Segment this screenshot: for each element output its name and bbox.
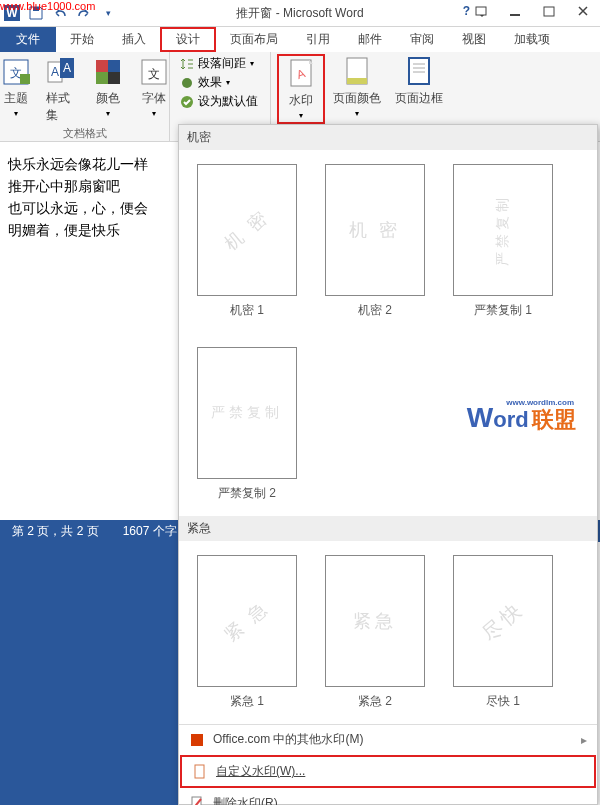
svg-rect-14: [108, 60, 120, 72]
remove-watermark[interactable]: 删除水印(R): [179, 789, 597, 805]
minimize-icon[interactable]: [498, 0, 532, 22]
page-border-button[interactable]: 页面边框: [389, 54, 449, 124]
fonts-button[interactable]: 文 字体▾: [132, 54, 176, 126]
watermark-icon: A: [285, 58, 317, 90]
group-doc-format: 文档格式: [63, 126, 107, 141]
more-watermarks-office[interactable]: Office.com 中的其他水印(M) ▸: [179, 725, 597, 754]
styleset-button[interactable]: AA 样式集: [40, 54, 84, 126]
tab-design[interactable]: 设计: [160, 27, 216, 52]
ribbon-options-icon[interactable]: [464, 0, 498, 22]
gallery-header-confidential: 机密: [179, 125, 597, 150]
set-default-button[interactable]: 设为默认值: [176, 92, 262, 111]
svg-rect-15: [96, 72, 108, 84]
watermark-option[interactable]: 紧 急紧急 1: [197, 555, 297, 710]
themes-button[interactable]: 文 主题▾: [0, 54, 38, 126]
tab-home[interactable]: 开始: [56, 27, 108, 52]
colors-icon: [92, 56, 124, 88]
themes-icon: 文: [0, 56, 32, 88]
svg-rect-29: [191, 734, 203, 746]
window-title: 推开窗 - Microsoft Word: [236, 5, 363, 22]
effects-icon: [180, 76, 194, 90]
watermark-option[interactable]: 严禁复制严禁复制 1: [453, 164, 553, 319]
svg-rect-30: [195, 765, 204, 778]
word-count[interactable]: 1607 个字: [123, 523, 177, 540]
tab-file[interactable]: 文件: [0, 27, 56, 52]
qat-dropdown-icon[interactable]: ▾: [100, 5, 116, 21]
page-border-icon: [403, 56, 435, 88]
tab-insert[interactable]: 插入: [108, 27, 160, 52]
svg-rect-16: [108, 72, 120, 84]
tab-mail[interactable]: 邮件: [344, 27, 396, 52]
tab-view[interactable]: 视图: [448, 27, 500, 52]
colors-button[interactable]: 颜色▾: [86, 54, 130, 126]
svg-point-19: [182, 78, 192, 88]
checkmark-icon: [180, 95, 194, 109]
svg-rect-3: [476, 7, 486, 15]
chevron-right-icon: ▸: [581, 733, 587, 747]
wordlm-logo: www.wordlm.com Word 联盟: [467, 402, 576, 435]
watermark-button[interactable]: A 水印▾: [277, 54, 325, 124]
page-indicator[interactable]: 第 2 页，共 2 页: [12, 523, 99, 540]
watermark-option[interactable]: 严禁复制严禁复制 2: [197, 347, 297, 502]
svg-rect-13: [96, 60, 108, 72]
watermark-option[interactable]: 机 密机密 2: [325, 164, 425, 319]
close-icon[interactable]: [566, 0, 600, 22]
page-icon: [192, 764, 208, 780]
tab-review[interactable]: 审阅: [396, 27, 448, 52]
office-icon: [189, 732, 205, 748]
tab-references[interactable]: 引用: [292, 27, 344, 52]
gallery-header-urgent: 紧急: [179, 516, 597, 541]
site-watermark: www.blue1000.com: [0, 0, 95, 12]
styleset-icon: AA: [46, 56, 78, 88]
para-spacing-icon: [180, 57, 194, 71]
svg-text:A: A: [50, 65, 58, 79]
tab-layout[interactable]: 页面布局: [216, 27, 292, 52]
ribbon-tabs: 文件 开始 插入 设计 页面布局 引用 邮件 审阅 视图 加载项: [0, 27, 600, 52]
svg-rect-25: [409, 58, 429, 84]
tab-addins[interactable]: 加载项: [500, 27, 564, 52]
fonts-icon: 文: [138, 56, 170, 88]
svg-text:A: A: [62, 61, 70, 75]
remove-icon: [189, 796, 205, 806]
watermark-gallery: 机密 机 密机密 1 机 密机密 2 严禁复制严禁复制 1 严禁复制严禁复制 2…: [178, 124, 598, 805]
maximize-icon[interactable]: [532, 0, 566, 22]
svg-rect-24: [347, 78, 367, 84]
watermark-option[interactable]: 机 密机密 1: [197, 164, 297, 319]
para-spacing-button[interactable]: 段落间距▾: [176, 54, 258, 73]
effects-button[interactable]: 效果▾: [176, 73, 234, 92]
background: [0, 542, 178, 805]
watermark-option[interactable]: 尽快尽快 1: [453, 555, 553, 710]
svg-text:文: 文: [148, 67, 160, 81]
page-color-button[interactable]: 页面颜色▾: [327, 54, 387, 124]
svg-rect-8: [20, 74, 30, 84]
svg-rect-5: [544, 7, 554, 16]
watermark-option[interactable]: 紧急紧急 2: [325, 555, 425, 710]
page-color-icon: [341, 56, 373, 88]
custom-watermark[interactable]: 自定义水印(W)...: [180, 755, 596, 788]
